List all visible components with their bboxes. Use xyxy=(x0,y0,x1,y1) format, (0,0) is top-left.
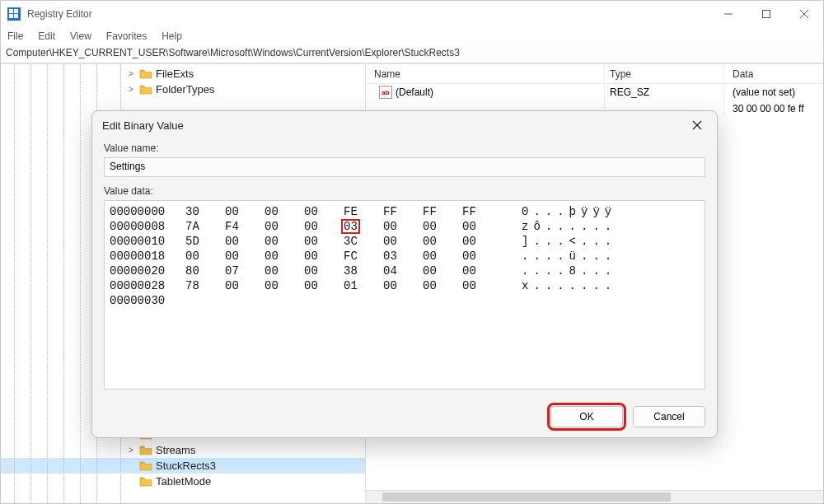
close-button[interactable] xyxy=(785,1,823,27)
hex-byte[interactable]: 00 xyxy=(185,250,225,263)
tree-expander-icon[interactable]: > xyxy=(126,446,136,455)
hex-byte[interactable]: 78 xyxy=(185,279,225,292)
scrollbar-thumb[interactable] xyxy=(382,492,671,502)
menu-edit[interactable]: Edit xyxy=(38,30,55,42)
hex-byte[interactable]: 00 xyxy=(423,264,462,278)
tree-item-tabletmode[interactable]: TabletMode xyxy=(1,474,365,489)
hex-row[interactable]: 000000208007000038040000....8... xyxy=(110,264,700,278)
col-header-data[interactable]: Data xyxy=(724,64,823,83)
menu-help[interactable]: Help xyxy=(162,30,182,42)
hex-byte[interactable]: 30 xyxy=(185,205,225,218)
tree-item-label: StuckRects3 xyxy=(156,460,216,472)
hex-byte[interactable]: 00 xyxy=(383,279,423,292)
hex-byte[interactable]: 38 xyxy=(344,264,383,278)
hex-byte[interactable]: 00 xyxy=(304,279,344,292)
tree-expander-icon[interactable]: > xyxy=(126,69,136,78)
hex-byte[interactable]: 7A xyxy=(185,220,225,233)
hex-row[interactable]: 000000287800000001000000x....... xyxy=(110,278,700,293)
hex-byte[interactable]: 00 xyxy=(265,250,304,263)
hex-byte[interactable]: FF xyxy=(462,205,502,218)
hex-byte[interactable]: 00 xyxy=(225,235,265,248)
tree-item-streams[interactable]: >Streams xyxy=(1,442,365,458)
hex-byte[interactable]: 00 xyxy=(462,250,502,263)
list-row[interactable]: ab(Default)REG_SZ(value not set) xyxy=(366,84,823,100)
folder-icon xyxy=(139,476,152,488)
hex-bytes: 5D0000003C000000 xyxy=(185,235,502,248)
hex-byte[interactable]: FE xyxy=(344,205,383,218)
hex-byte[interactable]: 00 xyxy=(304,235,344,248)
hex-byte[interactable]: 00 xyxy=(462,279,502,292)
menu-view[interactable]: View xyxy=(70,30,91,42)
col-header-type[interactable]: Type xyxy=(605,64,724,83)
hex-byte[interactable]: 04 xyxy=(383,264,423,278)
hex-row[interactable]: 0000001800000000FC030000....ü... xyxy=(110,249,700,264)
hex-byte[interactable]: 03 xyxy=(383,250,423,263)
hex-byte[interactable]: 00 xyxy=(265,279,304,292)
hex-offset: 00000010 xyxy=(110,235,185,248)
hex-byte[interactable]: FC xyxy=(344,250,383,263)
maximize-button[interactable] xyxy=(747,1,785,27)
hex-byte[interactable]: 00 xyxy=(225,205,265,218)
svg-rect-1 xyxy=(14,9,18,13)
hex-bytes: 7800000001000000 xyxy=(185,279,502,292)
hex-row[interactable]: 00000030 xyxy=(110,293,700,308)
hex-offset: 00000000 xyxy=(110,205,185,218)
hex-byte[interactable]: 00 xyxy=(304,250,344,263)
hex-byte[interactable]: 01 xyxy=(344,279,383,292)
dialog-body: Value name: Settings Value data: 0000000… xyxy=(92,139,717,398)
menu-favorites[interactable]: Favorites xyxy=(106,30,147,42)
hex-byte[interactable]: 00 xyxy=(383,220,423,233)
hex-byte[interactable]: 00 xyxy=(265,205,304,218)
hex-byte[interactable]: 00 xyxy=(423,250,462,263)
hex-byte[interactable]: 00 xyxy=(265,264,304,278)
hex-byte[interactable]: 00 xyxy=(462,235,502,248)
hex-byte[interactable]: 00 xyxy=(304,220,344,233)
hex-byte[interactable]: 00 xyxy=(304,205,344,218)
cancel-button[interactable]: Cancel xyxy=(633,406,705,427)
ok-button[interactable]: OK xyxy=(550,406,623,427)
hex-byte[interactable]: 00 xyxy=(225,250,265,263)
dialog-close-button[interactable] xyxy=(687,115,707,135)
hex-byte[interactable]: 00 xyxy=(423,235,462,248)
hex-bytes: 8007000038040000 xyxy=(185,264,502,278)
hex-byte[interactable]: 00 xyxy=(225,279,265,292)
hex-byte[interactable]: 07 xyxy=(225,264,265,278)
hex-offset: 00000018 xyxy=(110,250,185,263)
value-data: 30 00 00 00 fe ff xyxy=(724,100,823,117)
hex-row[interactable]: 0000000030000000FEFFFFFF0...þÿÿÿ xyxy=(110,204,700,219)
horizontal-scrollbar[interactable] xyxy=(366,490,823,503)
hex-byte[interactable]: 5D xyxy=(185,235,225,248)
value-name-input[interactable]: Settings xyxy=(104,157,705,177)
dialog-title-text: Edit Binary Value xyxy=(102,119,184,132)
hex-row[interactable]: 000000105D0000003C000000]...<... xyxy=(110,234,700,249)
hex-byte[interactable]: 00 xyxy=(304,264,344,278)
hex-byte[interactable]: FF xyxy=(423,205,462,218)
value-data: (value not set) xyxy=(724,84,823,100)
hex-byte[interactable]: 00 xyxy=(265,220,304,233)
tree-expander-icon[interactable]: > xyxy=(126,85,136,94)
col-header-name[interactable]: Name xyxy=(366,64,605,83)
hex-offset: 00000028 xyxy=(110,279,185,292)
svg-rect-0 xyxy=(9,9,13,13)
tree-item-fileexts[interactable]: >FileExts xyxy=(1,66,365,82)
hex-byte[interactable]: F4 xyxy=(225,220,265,233)
hex-byte[interactable]: 00 xyxy=(423,220,462,233)
menu-file[interactable]: File xyxy=(7,30,23,42)
tree-item-foldertypes[interactable]: >FolderTypes xyxy=(1,82,365,97)
minimize-button[interactable] xyxy=(709,1,747,27)
hex-byte[interactable]: FF xyxy=(383,205,423,218)
address-bar[interactable]: Computer\HKEY_CURRENT_USER\Software\Micr… xyxy=(1,45,823,63)
hex-byte[interactable]: 00 xyxy=(265,235,304,248)
hex-row[interactable]: 000000087AF4000003000000zô...... xyxy=(110,219,700,234)
hex-byte[interactable]: 00 xyxy=(462,220,502,233)
hex-byte[interactable]: 80 xyxy=(185,264,225,278)
hex-ascii: zô...... xyxy=(522,220,616,233)
hex-byte[interactable]: 00 xyxy=(462,264,502,278)
svg-rect-5 xyxy=(763,11,770,18)
hex-editor[interactable]: 0000000030000000FEFFFFFF0...þÿÿÿ00000008… xyxy=(104,200,705,390)
hex-byte[interactable]: 3C xyxy=(344,235,383,248)
tree-item-stuckrects3[interactable]: StuckRects3 xyxy=(1,458,365,474)
hex-byte[interactable]: 03 xyxy=(344,220,383,233)
hex-byte[interactable]: 00 xyxy=(423,279,462,292)
hex-byte[interactable]: 00 xyxy=(383,235,423,248)
